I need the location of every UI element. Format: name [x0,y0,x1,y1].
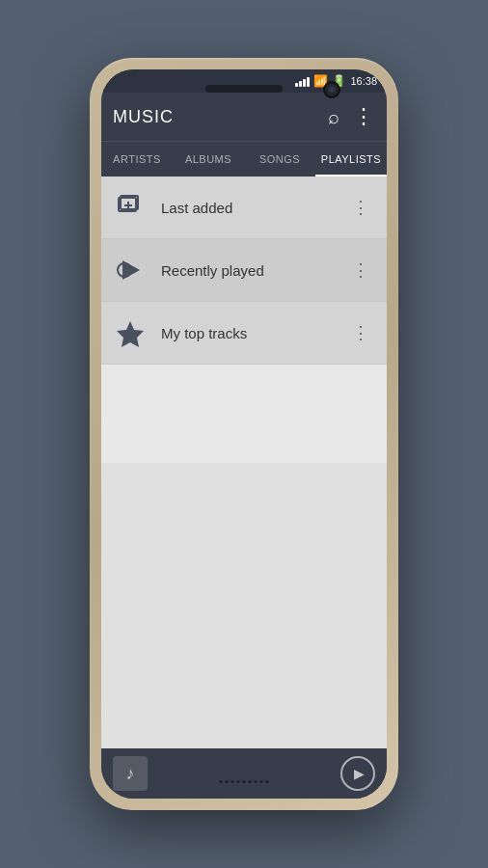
list-item[interactable]: Recently played ⋮ [101,239,387,302]
speaker-bottom [220,780,269,783]
phone-screen: 📶 🔋 16:38 MUSIC ⌕ ⋮ ARTISTS ALBUMS SONGS [101,69,387,799]
playlist-name-last-added: Last added [161,200,346,216]
app-header: MUSIC ⌕ ⋮ [101,93,387,141]
speaker-top [205,85,283,93]
play-icon: ▶ [354,766,365,781]
bottom-bar: ♪ ▶ [101,748,387,799]
playlist-more-recently-played[interactable]: ⋮ [346,256,375,285]
status-time: 16:38 [350,75,377,87]
tab-playlists[interactable]: PLAYLISTS [315,142,387,176]
camera [323,81,340,98]
top-tracks-icon [113,315,148,350]
add-playlist-icon [113,190,148,225]
search-icon[interactable]: ⌕ [328,106,339,128]
playlist-name-recently-played: Recently played [161,262,346,279]
header-actions: ⌕ ⋮ [328,104,375,129]
tab-albums[interactable]: ALBUMS [173,142,244,176]
list-item[interactable]: Last added ⋮ [101,176,387,239]
tabs-bar: ARTISTS ALBUMS SONGS PLAYLISTS [101,141,387,176]
signal-bar-1 [295,83,298,87]
app-title: MUSIC [113,107,174,127]
music-note-icon: ♪ [126,764,135,784]
playlist-list: Last added ⋮ Recently played ⋮ [101,176,387,463]
music-note-button[interactable]: ♪ [113,756,148,791]
phone-outer: 📶 🔋 16:38 MUSIC ⌕ ⋮ ARTISTS ALBUMS SONGS [90,58,398,810]
playlist-more-last-added[interactable]: ⋮ [346,193,375,222]
list-item[interactable]: My top tracks ⋮ [101,302,387,365]
recently-played-icon [113,253,148,287]
main-content: Last added ⋮ Recently played ⋮ [101,176,387,748]
signal-bar-2 [299,81,302,87]
signal-bar-4 [307,77,310,87]
empty-area [101,463,387,749]
svg-marker-8 [117,321,144,347]
signal-bars-icon [295,75,310,87]
signal-bar-3 [303,79,306,87]
playlist-name-top-tracks: My top tracks [161,325,346,341]
playlist-more-top-tracks[interactable]: ⋮ [346,318,375,347]
play-button[interactable]: ▶ [340,756,375,791]
tab-artists[interactable]: ARTISTS [101,142,173,176]
tab-songs[interactable]: SONGS [244,142,315,176]
more-options-icon[interactable]: ⋮ [353,104,375,129]
